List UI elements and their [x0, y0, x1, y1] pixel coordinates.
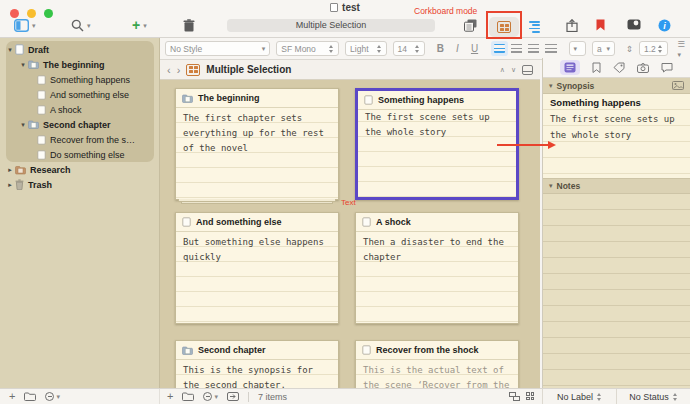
notes-section-header[interactable]: ▾ Notes	[543, 178, 690, 194]
add-card-button[interactable]: +	[167, 392, 173, 401]
prev-doc-button[interactable]: ∧	[500, 66, 505, 74]
stepper-icon	[415, 45, 420, 53]
next-doc-button[interactable]: ∨	[511, 66, 516, 74]
card-header: Recover from the shock	[356, 341, 518, 360]
binder-item-recover-from-the-s[interactable]: Recover from the s…	[0, 132, 160, 147]
stepper-icon	[597, 393, 602, 401]
copyholder-button[interactable]	[464, 19, 477, 32]
card-title: Something happens	[378, 95, 464, 105]
editor-header: ‹ › Multiple Selection ∧ ∨	[160, 60, 540, 80]
style-select[interactable]: No Style▾	[165, 41, 270, 56]
draft-icon	[15, 44, 24, 55]
media-button[interactable]	[627, 19, 641, 30]
binder-item-a-shock[interactable]: A shock	[0, 102, 160, 117]
disclosure-closed-icon[interactable]: ▸	[6, 181, 14, 189]
bookmarks-button[interactable]	[596, 19, 605, 31]
disclosure-closed-icon[interactable]: ▸	[6, 166, 14, 174]
disclosure-open-icon[interactable]: ▾	[19, 121, 27, 129]
camera-icon	[637, 63, 649, 73]
disclosure-open-icon[interactable]: ▾	[6, 46, 14, 54]
trash-button[interactable]	[183, 19, 195, 32]
doc-icon	[37, 75, 46, 85]
outliner-view-button[interactable]	[529, 21, 540, 33]
item-count: 7 items	[258, 392, 287, 402]
underline-button[interactable]: U	[469, 43, 480, 54]
bold-button[interactable]: B	[435, 43, 446, 54]
tab-comments[interactable]	[661, 62, 673, 73]
nav-back-button[interactable]: ‹	[167, 65, 171, 75]
chevron-down-icon: ▾	[574, 45, 578, 53]
window-title: test	[0, 2, 690, 13]
outliner-icon	[529, 21, 540, 33]
index-card-recover-from-the-shock[interactable]: Recover from the shockThis is the actual…	[355, 340, 519, 388]
grid-arrange-button[interactable]	[526, 392, 534, 401]
binder-item-label: Draft	[28, 45, 49, 55]
label-select[interactable]: No Label	[543, 389, 617, 404]
synopsis-image-icon[interactable]	[672, 81, 684, 90]
notes-editor[interactable]	[543, 194, 690, 388]
binder-item-label: The beginning	[43, 60, 105, 70]
text-color-select[interactable]: ▾	[569, 41, 586, 56]
binder-toggle-button[interactable]: ▾	[14, 19, 36, 32]
split-view-button[interactable]	[522, 65, 533, 75]
status-select[interactable]: No Status	[617, 389, 690, 404]
line-spacing-select[interactable]: 1.2	[639, 41, 668, 56]
remove-menu-button[interactable]: ▾	[203, 392, 218, 401]
chevron-down-icon: ▾	[32, 22, 36, 30]
binder-item-something-happens[interactable]: Something happens	[0, 72, 160, 87]
add-item-button[interactable]: + ▾	[132, 19, 147, 32]
align-center-button[interactable]	[511, 44, 522, 53]
inspector-footer: No Label No Status	[542, 389, 690, 404]
synopsis-section-header[interactable]: ▾ Synopsis	[543, 78, 690, 94]
font-weight-select[interactable]: Light	[345, 41, 386, 56]
search-button[interactable]: ▾	[71, 19, 91, 32]
chevron-down-icon: ▾	[678, 51, 682, 58]
index-card-second-chapter[interactable]: Second chapterThis is the synopsis for t…	[175, 340, 339, 388]
format-bar: No Style▾ SF Mono Light 14 B I U ▾ a▾ ⇕ …	[160, 38, 690, 60]
index-card-the-beginning[interactable]: The beginningThe first chapter sets ever…	[175, 88, 339, 200]
card-synopsis-text: This is the synopsis for the second chap…	[176, 360, 338, 388]
move-right-button[interactable]	[227, 392, 239, 401]
synopsis-text: The first scene sets up the whole story	[550, 111, 683, 143]
quick-search-field[interactable]: Multiple Selection	[227, 19, 435, 32]
font-size-select[interactable]: 14	[393, 41, 425, 56]
nav-forward-button[interactable]: ›	[177, 65, 181, 75]
binder-item-research[interactable]: ▸Research	[0, 162, 160, 177]
info-button[interactable]: i	[658, 19, 671, 32]
tab-snapshots[interactable]	[637, 63, 649, 73]
stepper-icon	[673, 393, 678, 401]
doc-icon	[182, 217, 191, 227]
tab-bookmarks[interactable]	[592, 62, 601, 73]
tab-metadata[interactable]	[613, 62, 625, 73]
binder-item-trash[interactable]: ▸Trash	[0, 177, 160, 192]
binder-item-and-something-else[interactable]: And something else	[0, 87, 160, 102]
binder-item-do-something-else[interactable]: Do something else	[0, 147, 160, 162]
list-format-button[interactable]: ☰ ▾	[678, 39, 690, 59]
binder-item-label: A shock	[50, 105, 82, 115]
index-card-and-something-else[interactable]: And something elseBut something else hap…	[175, 212, 339, 324]
index-card-a-shock[interactable]: A shockThen a disaster to end the chapte…	[355, 212, 519, 324]
remove-menu-button[interactable]: ▾	[45, 392, 60, 401]
highlight-color-select[interactable]: a▾	[592, 41, 615, 56]
synopsis-editor[interactable]: Something happens The first scene sets u…	[543, 94, 690, 178]
align-justify-button[interactable]	[545, 44, 556, 53]
align-right-button[interactable]	[528, 44, 539, 53]
binder-panel-icon	[14, 19, 29, 32]
search-icon	[71, 19, 84, 32]
corkboard-grid-icon	[186, 64, 200, 76]
binder-item-second-chapter[interactable]: ▾Second chapter	[0, 117, 160, 132]
binder-item-the-beginning[interactable]: ▾The beginning	[0, 57, 160, 72]
font-select[interactable]: SF Mono	[276, 41, 339, 56]
align-left-button[interactable]	[494, 44, 505, 53]
binder-item-draft[interactable]: ▾Draft	[0, 42, 160, 57]
index-card-something-happens[interactable]: Something happensThe first scene sets up…	[355, 88, 519, 200]
card-synopsis-text: The first scene sets up the whole story	[358, 107, 516, 197]
freeform-toggle-button[interactable]	[509, 392, 520, 401]
share-button[interactable]	[566, 19, 578, 32]
add-folder-button[interactable]	[24, 392, 36, 401]
italic-button[interactable]: I	[452, 43, 463, 54]
add-document-button[interactable]: +	[9, 392, 15, 401]
tab-notes[interactable]	[560, 60, 580, 75]
disclosure-open-icon[interactable]: ▾	[19, 61, 27, 69]
add-folder-button[interactable]	[182, 392, 194, 401]
